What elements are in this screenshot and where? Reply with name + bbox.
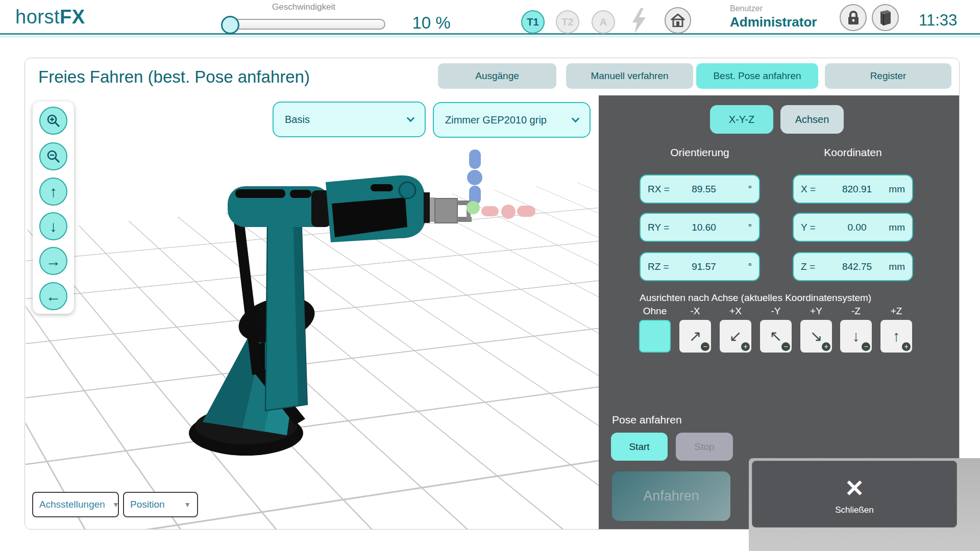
mode-t1-button[interactable]: T1 bbox=[521, 10, 545, 34]
align-minus-y-button[interactable]: ↖ − bbox=[760, 320, 792, 353]
align-label-plus-z: +Z bbox=[880, 306, 912, 317]
align-label-minus-x: -X bbox=[679, 306, 711, 317]
tcp-origin-marker bbox=[467, 201, 480, 214]
arrow-left-icon: ← bbox=[46, 288, 61, 305]
tab-xyz[interactable]: X-Y-Z bbox=[710, 105, 773, 134]
z-label: Z = bbox=[794, 261, 826, 272]
tab-ausgaenge[interactable]: Ausgänge bbox=[438, 63, 556, 89]
align-plus-x-button[interactable]: ↙ + bbox=[720, 320, 751, 353]
arrow-down-to-line-icon: ↓ bbox=[852, 329, 860, 344]
screen: horstFX Geschwindigkeit 10 % T1 T2 A Ben… bbox=[0, 0, 980, 551]
tab-best-pose-anfahren[interactable]: Best. Pose anfahren bbox=[696, 63, 818, 89]
zoom-out-icon bbox=[46, 149, 61, 164]
y-label: Y = bbox=[794, 222, 826, 233]
speed-slider-handle[interactable] bbox=[221, 16, 239, 34]
3d-viewport[interactable]: ↑ ↓ → ← Basis Zimmer GEP2010 grip Achsst… bbox=[26, 95, 599, 530]
lock-icon bbox=[847, 11, 860, 25]
minus-badge-icon: − bbox=[862, 342, 870, 351]
ry-field[interactable]: RY = 10.60 ° bbox=[640, 213, 760, 242]
rz-field[interactable]: RZ = 91.57 ° bbox=[640, 252, 760, 281]
rx-value: 89.55 bbox=[673, 184, 734, 195]
page-title: Freies Fahren (best. Pose anfahren) bbox=[38, 67, 310, 87]
achsstellungen-select-value: Achsstellungen bbox=[39, 499, 105, 510]
robot-3d-model bbox=[26, 95, 599, 530]
arrow-ne-icon: ↗ bbox=[689, 329, 701, 344]
pose-heading: Pose anfahren bbox=[612, 414, 682, 426]
position-select-value: Position bbox=[130, 499, 165, 510]
ry-value: 10.60 bbox=[673, 222, 734, 233]
plus-badge-icon: + bbox=[822, 342, 830, 351]
anfahren-button[interactable]: Anfahren bbox=[612, 471, 730, 521]
position-select[interactable]: Position ▼ bbox=[123, 492, 198, 517]
pan-down-button[interactable]: ↓ bbox=[39, 212, 67, 240]
close-label: Schließen bbox=[752, 505, 957, 515]
tool-select-value: Zimmer GEP2010 grip bbox=[445, 114, 547, 126]
x-field[interactable]: X = 820.91 mm bbox=[793, 174, 913, 204]
speed-slider-track[interactable] bbox=[230, 19, 385, 30]
plus-badge-icon: + bbox=[902, 342, 911, 351]
ry-label: RY = bbox=[641, 222, 673, 233]
triangle-down-icon: ▼ bbox=[184, 500, 191, 509]
stop-button[interactable]: Stop bbox=[676, 433, 733, 461]
pan-left-button[interactable]: ← bbox=[39, 282, 67, 310]
align-plus-y-button[interactable]: ↘ + bbox=[800, 320, 832, 353]
align-minus-x-button[interactable]: ↗ − bbox=[679, 320, 711, 353]
speed-label: Geschwindigkeit bbox=[219, 2, 388, 12]
tab-manuell-verfahren[interactable]: Manuell verfahren bbox=[566, 63, 693, 89]
close-panel: ✕ Schließen bbox=[749, 458, 980, 551]
pan-right-button[interactable]: → bbox=[39, 247, 67, 275]
lightning-icon bbox=[630, 8, 648, 34]
align-label-ohne: Ohne bbox=[639, 306, 671, 317]
align-label-plus-x: +X bbox=[720, 306, 751, 317]
align-plus-z-button[interactable]: ↑ + bbox=[880, 320, 912, 353]
tool-select[interactable]: Zimmer GEP2010 grip bbox=[433, 102, 591, 138]
align-minus-z-button[interactable]: ↓ − bbox=[840, 320, 872, 353]
plus-badge-icon: + bbox=[741, 342, 750, 351]
triangle-down-icon: ▼ bbox=[112, 500, 119, 509]
close-button[interactable]: ✕ Schließen bbox=[752, 461, 957, 528]
arrow-se-icon: ↘ bbox=[810, 329, 822, 344]
z-value: 842.75 bbox=[826, 261, 888, 272]
start-button[interactable]: Start bbox=[611, 433, 668, 461]
tab-achsen[interactable]: Achsen bbox=[780, 105, 844, 134]
z-field[interactable]: Z = 842.75 mm bbox=[793, 252, 913, 281]
arrow-right-icon: → bbox=[46, 253, 61, 270]
mode-auto-button[interactable]: A bbox=[592, 10, 615, 34]
x-unit: mm bbox=[888, 184, 912, 195]
clock: 11:33 bbox=[919, 11, 975, 30]
rx-field[interactable]: RX = 89.55 ° bbox=[640, 174, 760, 204]
chevron-down-icon bbox=[572, 114, 580, 122]
coordinates-heading: Koordinaten bbox=[793, 146, 913, 159]
zoom-in-button[interactable] bbox=[39, 107, 67, 135]
x-value: 820.91 bbox=[826, 184, 888, 195]
y-unit: mm bbox=[888, 222, 912, 233]
align-label-minus-y: -Y bbox=[760, 306, 792, 317]
top-bar: horstFX Geschwindigkeit 10 % T1 T2 A Ben… bbox=[0, 0, 980, 35]
y-field[interactable]: Y = 0.00 mm bbox=[793, 213, 913, 242]
tab-register[interactable]: Register bbox=[825, 63, 951, 89]
frame-select[interactable]: Basis bbox=[273, 102, 426, 137]
mode-t2-button[interactable]: T2 bbox=[556, 10, 579, 34]
rx-unit: ° bbox=[734, 184, 759, 195]
align-ohne-button[interactable] bbox=[639, 320, 671, 353]
robot-gripper bbox=[435, 198, 457, 223]
home-button[interactable] bbox=[665, 7, 691, 34]
x-label: X = bbox=[794, 184, 826, 195]
header-divider bbox=[0, 36, 980, 37]
lock-button[interactable] bbox=[840, 4, 867, 31]
home-icon bbox=[671, 14, 685, 27]
rz-unit: ° bbox=[734, 261, 759, 272]
app-logo: horstFX bbox=[15, 6, 85, 28]
rz-label: RZ = bbox=[641, 261, 673, 272]
user-name: Administrator bbox=[730, 14, 817, 30]
chevron-down-icon bbox=[407, 114, 415, 122]
achsstellungen-select[interactable]: Achsstellungen ▼ bbox=[32, 492, 119, 517]
pan-up-button[interactable]: ↑ bbox=[39, 178, 67, 206]
arrow-up-to-line-icon: ↑ bbox=[893, 329, 900, 344]
manual-button[interactable] bbox=[872, 4, 899, 31]
user-label: Benutzer bbox=[730, 4, 763, 13]
logo-text-bold: FX bbox=[60, 6, 85, 28]
tcp-z-axis-marker bbox=[469, 149, 481, 169]
zoom-out-button[interactable] bbox=[39, 142, 67, 170]
orientation-heading: Orientierung bbox=[640, 146, 760, 159]
